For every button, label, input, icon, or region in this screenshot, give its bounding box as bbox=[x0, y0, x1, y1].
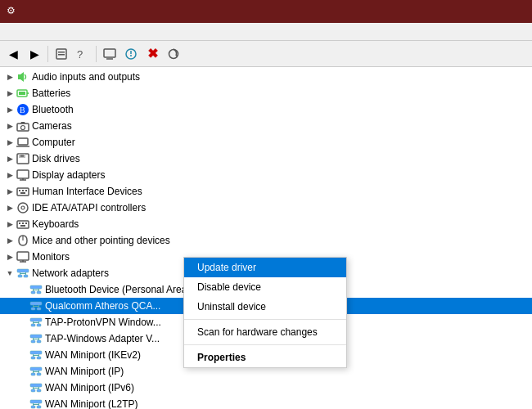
icon-networkadapters bbox=[16, 267, 29, 280]
icon-btpan bbox=[29, 283, 43, 296]
icon-bluetooth: B bbox=[16, 103, 29, 116]
icon-wan-l2tp bbox=[29, 398, 43, 409]
tree-item-diskdrives[interactable]: ▶Disk drives bbox=[0, 151, 532, 167]
tree-item-batteries[interactable]: ▶Batteries bbox=[0, 85, 532, 101]
expander-wan-ikev2 bbox=[16, 348, 29, 362]
display-button[interactable] bbox=[100, 44, 119, 64]
svg-rect-55 bbox=[30, 302, 42, 305]
label-wan-l2tp: WAN Miniport (L2TP) bbox=[45, 398, 138, 409]
expander-keyboards[interactable]: ▶ bbox=[3, 218, 16, 231]
expander-bluetooth[interactable]: ▶ bbox=[3, 103, 16, 116]
svg-rect-81 bbox=[37, 373, 41, 375]
icon-ide bbox=[16, 201, 29, 214]
svg-rect-86 bbox=[31, 389, 35, 392]
label-displayadapters: Display adapters bbox=[32, 169, 105, 181]
ctx-item-disable-device[interactable]: Disable device bbox=[184, 277, 346, 297]
svg-rect-36 bbox=[22, 222, 24, 224]
ctx-sep-sep2 bbox=[184, 344, 346, 345]
expander-batteries[interactable]: ▶ bbox=[3, 87, 16, 100]
label-audio: Audio inputs and outputs bbox=[32, 71, 140, 83]
expander-btpan bbox=[16, 283, 29, 296]
label-tap-windows: TAP-Windows Adapter V... bbox=[45, 333, 160, 344]
tree-item-mice[interactable]: ▶Mice and other pointing devices bbox=[0, 232, 532, 249]
menu-file[interactable] bbox=[3, 30, 16, 34]
icon-wan-ikev2 bbox=[29, 348, 43, 362]
scan-button[interactable] bbox=[121, 44, 141, 64]
expander-diskdrives[interactable]: ▶ bbox=[3, 152, 16, 165]
svg-rect-14 bbox=[19, 92, 25, 95]
svg-point-32 bbox=[18, 203, 28, 213]
expander-displayadapters[interactable]: ▶ bbox=[3, 169, 16, 182]
label-qualcomm: Qualcomm Atheros QCA... bbox=[45, 300, 160, 312]
expander-audio[interactable]: ▶ bbox=[3, 70, 16, 83]
tree-item-computer[interactable]: ▶Computer bbox=[0, 134, 532, 151]
svg-point-8 bbox=[130, 55, 132, 56]
ctx-item-properties[interactable]: Properties bbox=[184, 348, 346, 367]
svg-rect-73 bbox=[30, 351, 42, 354]
expander-wan-ip bbox=[16, 365, 29, 378]
svg-rect-29 bbox=[22, 190, 24, 191]
label-monitors: Monitors bbox=[32, 251, 70, 263]
menu-view[interactable] bbox=[33, 30, 46, 34]
svg-text:?: ? bbox=[77, 48, 83, 61]
refresh-button[interactable] bbox=[164, 44, 183, 64]
svg-rect-91 bbox=[30, 400, 42, 403]
svg-rect-74 bbox=[31, 357, 35, 359]
ctx-item-update-driver[interactable]: Update driver bbox=[184, 258, 346, 277]
label-wan-ikev2: WAN Miniport (IKEv2) bbox=[45, 349, 141, 361]
icon-qualcomm bbox=[29, 299, 43, 312]
svg-rect-68 bbox=[31, 340, 35, 343]
tree-item-wan-ipv6[interactable]: WAN Miniport (IPv6) bbox=[0, 380, 532, 396]
icon-mice bbox=[16, 234, 29, 247]
expander-tap-proton bbox=[16, 316, 29, 329]
icon-tap-windows bbox=[29, 332, 43, 345]
svg-rect-40 bbox=[17, 252, 29, 260]
expander-networkadapters[interactable]: ▼ bbox=[3, 267, 16, 280]
svg-rect-63 bbox=[37, 324, 41, 326]
context-menu: Update driverDisable deviceUninstall dev… bbox=[183, 257, 347, 368]
label-hid: Human Interface Devices bbox=[32, 186, 142, 197]
tree-item-displayadapters[interactable]: ▶Display adapters bbox=[0, 167, 532, 183]
tree-item-hid[interactable]: ▶Human Interface Devices bbox=[0, 183, 532, 200]
menu-bar bbox=[0, 23, 532, 41]
back-button[interactable]: ◀ bbox=[3, 44, 23, 64]
toolbar-sep-2 bbox=[96, 46, 97, 62]
svg-rect-61 bbox=[30, 318, 42, 321]
icon-batteries bbox=[16, 87, 29, 100]
remove-button[interactable]: ✖ bbox=[142, 44, 162, 64]
label-ide: IDE ATA/ATAPI controllers bbox=[32, 202, 146, 213]
tree-item-ide[interactable]: ▶IDE ATA/ATAPI controllers bbox=[0, 200, 532, 216]
forward-button[interactable]: ▶ bbox=[25, 44, 44, 64]
label-wan-ipv6: WAN Miniport (IPv6) bbox=[45, 382, 134, 393]
update-driver-button[interactable]: ? bbox=[73, 44, 92, 64]
icon-keyboards bbox=[16, 218, 29, 231]
svg-rect-28 bbox=[19, 190, 20, 191]
svg-rect-50 bbox=[31, 291, 35, 294]
tree-item-bluetooth[interactable]: ▶BBluetooth bbox=[0, 101, 532, 118]
expander-computer[interactable]: ▶ bbox=[3, 136, 16, 149]
ctx-sep-sep1 bbox=[184, 319, 346, 320]
expander-hid[interactable]: ▶ bbox=[3, 185, 16, 198]
svg-rect-45 bbox=[24, 275, 28, 277]
menu-help[interactable] bbox=[47, 30, 61, 34]
icon-cameras bbox=[16, 119, 29, 133]
main-area: ▶Audio inputs and outputs▶Batteries▶BBlu… bbox=[0, 67, 532, 409]
icon-tap-proton bbox=[29, 316, 43, 329]
expander-cameras[interactable]: ▶ bbox=[3, 119, 16, 133]
ctx-item-uninstall-device[interactable]: Uninstall device bbox=[184, 297, 346, 317]
tree-item-wan-l2tp[interactable]: WAN Miniport (L2TP) bbox=[0, 396, 532, 409]
svg-rect-44 bbox=[18, 275, 22, 277]
expander-ide[interactable]: ▶ bbox=[3, 201, 16, 214]
svg-rect-92 bbox=[31, 406, 35, 408]
tree-item-cameras[interactable]: ▶Cameras bbox=[0, 118, 532, 134]
tree-item-audio[interactable]: ▶Audio inputs and outputs bbox=[0, 69, 532, 85]
label-batteries: Batteries bbox=[32, 88, 70, 99]
expander-monitors[interactable]: ▶ bbox=[3, 250, 16, 263]
expander-mice[interactable]: ▶ bbox=[3, 234, 16, 247]
tree-item-keyboards[interactable]: ▶Keyboards bbox=[0, 216, 532, 232]
svg-rect-69 bbox=[37, 340, 41, 343]
label-diskdrives: Disk drives bbox=[32, 153, 80, 164]
menu-action[interactable] bbox=[18, 30, 31, 34]
ctx-item-scan-hardware[interactable]: Scan for hardware changes bbox=[184, 322, 346, 342]
properties-button[interactable] bbox=[52, 44, 71, 64]
